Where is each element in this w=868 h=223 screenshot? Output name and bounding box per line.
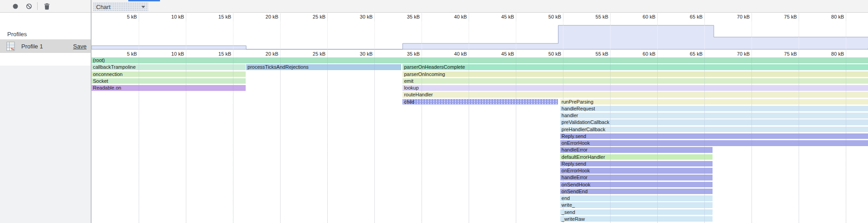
gridline [846,22,847,49]
profile-name: Profile 1 [21,43,43,50]
flame-frame[interactable]: callbackTrampoline [92,64,246,70]
flame-frame[interactable]: handleError [560,147,713,153]
gridline [374,57,375,223]
save-profile-link[interactable]: Save [73,43,87,50]
flame-frame-label: lookup [404,85,418,90]
ruler-tick-label: 30 kB [346,14,373,19]
flame-frame-label: child [404,99,414,104]
gridline [563,57,564,223]
view-mode-select[interactable]: Chart [93,2,148,11]
flame-frame[interactable]: handleError [560,175,713,180]
flame-frame-label: runPreParsing [562,99,593,104]
ruler-tick-label: 80 kB [818,51,844,57]
gridline [563,50,563,57]
gridline [469,50,469,57]
flame-frame[interactable]: end [560,195,713,201]
gridline [280,57,281,223]
gridline [469,22,470,49]
ruler-tick-label: 15 kB [205,51,231,57]
gridline [186,50,186,57]
flame-frame[interactable]: runPreParsing [560,99,868,105]
flame-frame-label: callbackTrampoline [93,64,136,70]
flame-frame[interactable]: Reply.send [560,133,868,139]
ruler-tick-label: 55 kB [582,51,608,57]
ruler-tick-label: 45 kB [488,14,514,19]
ruler-tick-label: 40 kB [441,51,467,57]
chevron-down-icon [141,6,145,8]
gridline [186,57,187,223]
allocation-chart-panel: 5 kB5 kB10 kB10 kB15 kB15 kB20 kB20 kB25… [92,13,868,223]
flame-frame[interactable]: onErrorHook [560,168,713,174]
ruler-tick-label: 40 kB [441,14,467,19]
gridline [186,22,187,49]
gridline [752,50,752,57]
ruler-tick-label: 70 kB [723,14,750,19]
profiles-sidebar: Profiles SAMPLING PROFILES % Profile 1 S… [0,13,91,223]
flame-frame[interactable]: preValidationCallback [560,119,868,125]
flame-frame[interactable]: parserOnHeadersComplete [402,64,868,70]
record-button[interactable] [11,2,19,10]
flame-frame-label: defaultErrorHandler [562,154,605,160]
ruler-tick-label: 35 kB [393,51,420,57]
flame-frame[interactable]: processTicksAndRejections [246,64,401,70]
flame-frame[interactable]: onErrorHook [560,140,868,146]
flame-frame[interactable]: _send [560,209,713,215]
trash-icon [44,3,50,10]
ruler-tick-label: 45 kB [488,51,514,57]
flame-frame-label: Reply.send [562,161,586,166]
flame-frame-label: handler [562,113,578,118]
record-icon [12,3,19,10]
gridline [139,50,139,57]
ruler-tick-label: 60 kB [629,51,655,57]
gridline [422,22,422,49]
flame-frame[interactable]: lookup [402,85,868,91]
flame-frame[interactable]: onSendHook [560,182,713,188]
gridline [846,50,846,57]
gridline [563,22,564,49]
gridline [233,57,234,223]
ruler-tick-label: 65 kB [676,51,703,57]
clear-icon [25,3,33,10]
flame-frame[interactable]: parserOnIncoming [402,71,868,77]
flame-frame[interactable]: Socket [92,78,246,84]
flame-frame-label: onSendHook [562,182,591,187]
flame-frame[interactable]: onSendEnd [560,189,713,195]
ruler-tick-label: 5 kB [111,51,137,57]
gridline [327,50,328,57]
gridline [374,22,375,49]
flame-frame[interactable]: _writeRaw [560,216,713,222]
gridline [327,57,328,223]
flame-frame[interactable]: child [402,99,558,105]
ruler-tick-label: 20 kB [252,14,278,19]
gridline [846,57,847,223]
delete-profile-button[interactable] [43,2,51,10]
gridline [657,57,658,223]
flame-frame[interactable]: emit [402,78,868,84]
flame-frame[interactable]: Reply.send [560,161,713,167]
flame-frame[interactable]: write_ [560,202,713,208]
sidebar-item-profile-1[interactable]: % Profile 1 Save [0,39,91,53]
flame-frame-label: onErrorHook [562,168,590,173]
flame-frame[interactable]: routeHandler [402,92,868,98]
flame-frame[interactable]: handler [560,113,868,119]
ruler-tick-label: 75 kB [771,14,797,19]
gridline [327,22,328,49]
gridline [469,57,470,223]
flame-frame[interactable]: preHandlerCallback [560,127,868,133]
ruler-tick-label: 80 kB [818,14,844,19]
flame-frame[interactable]: onconnection [92,71,246,77]
ruler-tick-label: 5 kB [111,14,137,19]
gridline [752,22,752,49]
flame-frame-label: parserOnHeadersComplete [404,64,465,70]
ruler-tick-label: 75 kB [771,51,797,57]
ruler-tick-label: 35 kB [393,14,420,19]
flame-frame-label: emit [404,78,413,84]
gridline [704,57,705,223]
flame-frame[interactable]: defaultErrorHandler [560,154,713,160]
clear-button[interactable] [25,2,33,10]
flame-frame-label: handleRequest [562,106,595,111]
gridline [610,57,611,223]
flame-frame[interactable]: handleRequest [560,106,868,112]
sidebar-heading: Profiles [7,31,27,38]
flame-frame[interactable]: Readable.on [92,85,246,91]
